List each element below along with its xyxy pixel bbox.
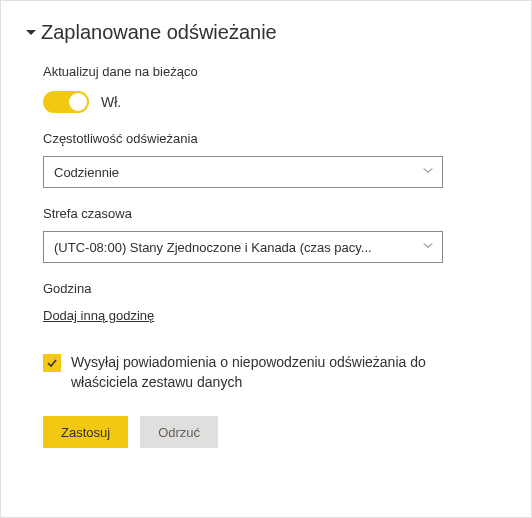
frequency-value: Codziennie xyxy=(54,165,119,180)
chevron-down-icon xyxy=(422,165,434,180)
time-label: Godzina xyxy=(43,281,507,296)
discard-button[interactable]: Odrzuć xyxy=(140,416,218,448)
timezone-value: (UTC-08:00) Stany Zjednoczone i Kanada (… xyxy=(54,240,372,255)
add-time-link[interactable]: Dodaj inną godzinę xyxy=(43,308,154,323)
notify-owner-checkbox[interactable] xyxy=(43,354,61,372)
section-title: Zaplanowane odświeżanie xyxy=(41,21,277,44)
apply-button[interactable]: Zastosuj xyxy=(43,416,128,448)
scheduled-refresh-panel: Zaplanowane odświeżanie Aktualizuj dane … xyxy=(0,0,532,518)
chevron-down-icon xyxy=(422,240,434,255)
toggle-state-label: Wł. xyxy=(101,94,121,110)
toggle-knob xyxy=(69,93,87,111)
frequency-select[interactable]: Codziennie xyxy=(43,156,443,188)
keep-updated-label: Aktualizuj dane na bieżąco xyxy=(43,64,507,79)
timezone-label: Strefa czasowa xyxy=(43,206,507,221)
keep-updated-toggle[interactable] xyxy=(43,91,89,113)
frequency-label: Częstotliwość odświeżania xyxy=(43,131,507,146)
check-icon xyxy=(46,357,58,369)
timezone-select[interactable]: (UTC-08:00) Stany Zjednoczone i Kanada (… xyxy=(43,231,443,263)
chevron-down-icon xyxy=(25,27,37,39)
notify-owner-label: Wysyłaj powiadomienia o niepowodzeniu od… xyxy=(71,353,491,392)
section-header[interactable]: Zaplanowane odświeżanie xyxy=(25,21,507,44)
